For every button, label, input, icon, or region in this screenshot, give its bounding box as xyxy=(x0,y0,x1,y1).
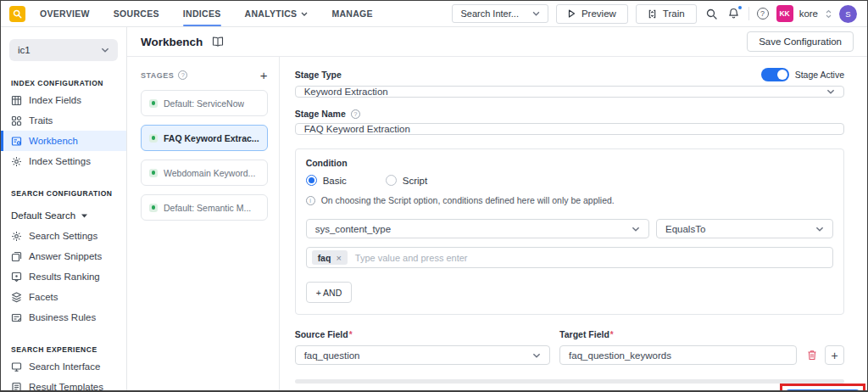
tag-remove-icon[interactable]: × xyxy=(336,253,341,263)
caret-down-icon xyxy=(81,214,87,218)
guide-book-icon[interactable] xyxy=(212,36,224,47)
main-panel: Workbench Save Configuration STAGES ? + xyxy=(127,27,867,390)
train-button[interactable]: Train xyxy=(636,4,697,24)
stage-card-webdomain-keyword[interactable]: Webdomain Keyword... xyxy=(141,160,268,186)
sidebar-item-search-settings[interactable]: Search Settings xyxy=(1,226,126,246)
index-selector-value: ic1 xyxy=(18,45,31,55)
sidebar-item-workbench[interactable]: Workbench xyxy=(1,131,126,151)
topbar-actions: Search Inter... Preview Train ? KK kore xyxy=(452,4,857,24)
nav-analytics[interactable]: ANALYTICS xyxy=(245,1,309,26)
chevron-down-icon xyxy=(301,12,308,16)
stage-name: Webdomain Keyword... xyxy=(164,168,255,178)
stages-panel: STAGES ? + Default: ServiceNow FAQ Keywo… xyxy=(127,57,280,390)
sidebar-item-business-rules[interactable]: Business Rules xyxy=(1,307,126,328)
sidebar-item-label: Traits xyxy=(29,115,53,126)
facets-icon xyxy=(11,292,22,303)
stage-name-label: Stage Name xyxy=(295,109,346,119)
document-list-icon xyxy=(11,382,22,391)
account-avatar[interactable]: KK xyxy=(776,5,793,22)
stage-type-value: Keyword Extraction xyxy=(304,87,388,97)
stage-status-icon xyxy=(149,169,158,177)
radio-basic[interactable]: Basic xyxy=(306,175,347,186)
sidebar-item-label: Index Fields xyxy=(29,95,81,105)
app-window: OVERVIEW SOURCES INDICES ANALYTICS MANAG… xyxy=(0,0,868,392)
app-logo[interactable] xyxy=(9,6,25,22)
required-marker: * xyxy=(610,330,614,339)
stage-status-icon xyxy=(149,99,158,108)
radio-script-label: Script xyxy=(403,176,427,186)
traits-icon xyxy=(11,115,22,126)
stage-type-label: Stage Type xyxy=(295,70,342,80)
ranking-icon xyxy=(11,272,22,283)
sidebar-item-results-ranking[interactable]: Results Ranking xyxy=(1,266,126,287)
monitor-icon xyxy=(11,361,22,372)
nav-overview[interactable]: OVERVIEW xyxy=(40,1,90,26)
sidebar-item-label: Search Interface xyxy=(29,361,100,372)
add-field-row-button[interactable]: + xyxy=(825,345,844,365)
radio-script[interactable]: Script xyxy=(386,175,427,186)
condition-field-select[interactable]: sys_content_type xyxy=(306,219,649,238)
tag-input-placeholder: Type value and press enter xyxy=(355,253,468,263)
condition-operator-select[interactable]: EqualsTo xyxy=(656,219,833,238)
stage-name-help-icon[interactable]: ? xyxy=(351,109,360,119)
radio-unselected-icon xyxy=(386,175,397,186)
stage-name-input[interactable]: FAQ Keyword Extraction xyxy=(295,123,844,135)
stage-card-default-semantic[interactable]: Default: Semantic M... xyxy=(141,194,268,221)
nav-sources[interactable]: SOURCES xyxy=(114,1,159,26)
delete-row-button[interactable] xyxy=(807,350,817,361)
condition-field-value: sys_content_type xyxy=(315,224,392,234)
stage-type-select[interactable]: Keyword Extraction xyxy=(295,86,844,98)
gear-icon xyxy=(11,156,22,167)
snippets-icon xyxy=(11,251,22,262)
help-icon[interactable]: ? xyxy=(757,8,769,20)
target-field-input[interactable]: faq_question_keywords xyxy=(559,345,797,365)
play-icon xyxy=(568,9,576,18)
notification-dot xyxy=(738,6,742,9)
stages-header-label: STAGES xyxy=(141,71,174,80)
index-selector-dropdown[interactable]: ic1 xyxy=(9,39,118,61)
stage-name: FAQ Keyword Extrac... xyxy=(164,133,259,143)
sidebar-item-facets[interactable]: Facets xyxy=(1,287,126,307)
left-sidebar: ic1 INDEX CONFIGURATION Index Fields Tra… xyxy=(1,27,127,390)
sidebar-item-index-fields[interactable]: Index Fields xyxy=(1,90,126,110)
info-icon: i xyxy=(306,196,315,205)
account-name: kore xyxy=(799,8,818,19)
nav-indices[interactable]: INDICES xyxy=(183,1,221,26)
search-icon[interactable] xyxy=(704,7,719,21)
stage-status-icon xyxy=(149,134,158,143)
section-title-index-configuration: INDEX CONFIGURATION xyxy=(11,79,116,87)
default-search-selector[interactable]: Default Search xyxy=(11,210,116,221)
stage-active-toggle[interactable] xyxy=(761,68,789,81)
chevron-down-icon xyxy=(815,227,824,232)
default-search-value: Default Search xyxy=(11,210,75,221)
save-configuration-button[interactable]: Save Configuration xyxy=(747,31,854,52)
add-stage-button[interactable]: + xyxy=(260,69,268,81)
stage-status-icon xyxy=(149,204,158,212)
notifications-bell-icon[interactable] xyxy=(726,6,741,21)
nav-manage[interactable]: MANAGE xyxy=(331,1,372,26)
app-selector-dropdown[interactable]: Search Inter... xyxy=(452,4,548,23)
condition-value-tag-input[interactable]: faq × Type value and press enter xyxy=(306,247,833,268)
condition-info-text: On choosing the Script option, condition… xyxy=(321,195,615,205)
stage-card-default-servicenow[interactable]: Default: ServiceNow xyxy=(141,90,268,116)
radio-basic-label: Basic xyxy=(323,176,347,186)
rules-icon xyxy=(11,312,22,323)
sidebar-item-answer-snippets[interactable]: Answer Snippets xyxy=(1,246,126,266)
stage-active-label: Stage Active xyxy=(795,70,844,80)
account-switcher-carets-icon[interactable] xyxy=(826,9,832,19)
sidebar-item-traits[interactable]: Traits xyxy=(1,110,126,131)
stage-card-faq-keyword-extraction[interactable]: FAQ Keyword Extrac... xyxy=(141,125,268,151)
grid-icon xyxy=(11,95,22,106)
source-field-select[interactable]: faq_question xyxy=(295,345,550,365)
preview-button[interactable]: Preview xyxy=(556,4,628,24)
add-and-condition-button[interactable]: + AND xyxy=(306,282,353,303)
sidebar-item-result-templates[interactable]: Result Templates xyxy=(1,377,126,390)
user-avatar[interactable]: S xyxy=(839,5,857,23)
page-title: Workbench xyxy=(141,36,203,48)
sidebar-item-search-interface[interactable]: Search Interface xyxy=(1,356,126,377)
sidebar-item-index-settings[interactable]: Index Settings xyxy=(1,151,126,171)
chevron-down-icon xyxy=(826,89,835,94)
stages-help-icon[interactable]: ? xyxy=(178,70,187,80)
chevron-down-icon xyxy=(632,227,640,232)
trash-icon xyxy=(807,350,817,361)
